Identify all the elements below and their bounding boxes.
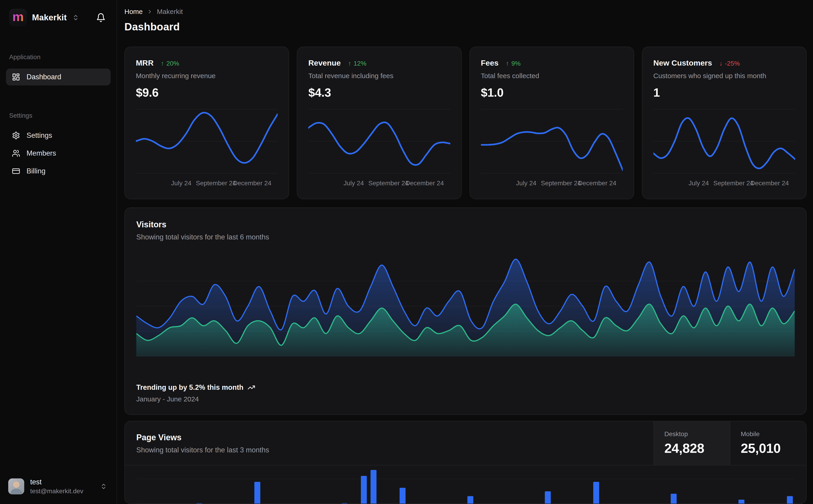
x-axis-tick: July 24 [171, 180, 191, 187]
visitors-area-chart[interactable] [136, 256, 795, 356]
x-axis-tick: December 24 [233, 180, 272, 187]
nav-section-label: Settings [6, 112, 111, 119]
workspace-name: Makerkit [32, 13, 67, 22]
sidebar-item-dashboard[interactable]: Dashboard [6, 69, 111, 85]
stat-card-subtitle: Total fees collected [481, 72, 623, 80]
brand-logo-letter: m [12, 10, 24, 23]
trend-arrow-icon: ↓ [720, 60, 723, 67]
x-axis-tick: December 24 [578, 180, 616, 187]
user-email: test@makerkit.dev [30, 488, 83, 495]
breadcrumb-current: Makerkit [157, 8, 183, 16]
mobile-label: Mobile [741, 430, 796, 438]
stat-card-x-ticks: July 24September 24December 24 [308, 180, 450, 193]
x-axis-tick: July 24 [689, 180, 709, 187]
stat-card-subtitle: Total revenue including fees [308, 72, 450, 80]
sidebar: m Makerkit ApplicationDashboardSettingsS… [0, 0, 117, 504]
stat-card: Fees ↑ 9% Total fees collected $1.0 July… [469, 47, 634, 199]
toggle-mobile[interactable]: Mobile 25,010 [730, 421, 806, 465]
stat-card-subtitle: Customers who signed up this month [654, 72, 795, 80]
stat-card: New Customers ↓ -25% Customers who signe… [642, 47, 807, 199]
stat-card-x-ticks: July 24September 24December 24 [481, 180, 623, 193]
sidebar-nav: ApplicationDashboardSettingsSettingsMemb… [6, 53, 111, 180]
page-title: Dashboard [124, 21, 807, 33]
trend-arrow-icon: ↑ [506, 60, 509, 67]
settings-icon [11, 131, 21, 140]
stat-card-value: $9.6 [136, 86, 278, 99]
page-views-card: Page Views Showing total visitors for th… [124, 421, 807, 504]
x-axis-tick: July 24 [516, 180, 536, 187]
stat-card-trend: ↑ 12% [348, 60, 366, 67]
stat-card-sparkline[interactable] [481, 108, 623, 175]
x-axis-tick: July 24 [344, 180, 364, 187]
visitors-trending-text: Trending up by 5.2% this month [136, 383, 243, 392]
visitors-range-text: January - June 2024 [136, 395, 795, 403]
x-axis-tick: September 24 [196, 180, 236, 187]
stat-card-subtitle: Monthly recurring revenue [136, 72, 278, 80]
x-axis-tick: September 24 [713, 180, 754, 187]
billing-icon [11, 167, 21, 175]
sidebar-item-members[interactable]: Members [6, 145, 111, 162]
stat-card-title: New Customers [654, 58, 712, 67]
chevrons-up-down-icon [72, 14, 79, 21]
stat-card-value: $1.0 [481, 86, 623, 99]
trend-arrow-icon: ↑ [161, 60, 164, 67]
main-content: Home Makerkit Dashboard MRR ↑ 20% Monthl… [117, 0, 813, 504]
sidebar-item-label: Members [27, 149, 56, 157]
brand-logo: m [9, 9, 27, 27]
stat-card-value: $4.3 [308, 86, 450, 99]
stat-card-title: Revenue [308, 58, 341, 67]
stat-card-trend: ↑ 20% [161, 60, 179, 67]
visitors-title: Visitors [136, 220, 795, 229]
stat-card: MRR ↑ 20% Monthly recurring revenue $9.6… [124, 47, 289, 199]
sidebar-item-settings[interactable]: Settings [6, 127, 111, 144]
user-menu[interactable]: test test@makerkit.dev [6, 476, 111, 497]
breadcrumb: Home Makerkit [124, 8, 807, 16]
stat-card-sparkline[interactable] [654, 108, 795, 175]
stat-card-trend: ↑ 9% [506, 60, 520, 67]
chevron-right-icon [147, 9, 153, 15]
visitors-card: Visitors Showing total visitors for the … [124, 207, 807, 415]
trending-up-icon [248, 384, 255, 391]
breadcrumb-home[interactable]: Home [124, 8, 143, 16]
stat-card-sparkline[interactable] [308, 108, 450, 175]
x-axis-tick: December 24 [750, 180, 789, 187]
stat-cards-row: MRR ↑ 20% Monthly recurring revenue $9.6… [124, 47, 807, 199]
nav-section-label: Application [6, 53, 111, 61]
sidebar-item-label: Dashboard [27, 73, 61, 81]
avatar [8, 478, 24, 494]
stat-card-title: Fees [481, 58, 499, 67]
x-axis-tick: September 24 [541, 180, 581, 187]
sidebar-item-billing[interactable]: Billing [6, 163, 111, 180]
notifications-bell-icon[interactable] [96, 13, 106, 22]
sidebar-item-label: Billing [27, 167, 45, 175]
page-views-bar-chart[interactable] [125, 465, 806, 504]
trend-arrow-icon: ↑ [348, 60, 351, 67]
mobile-value: 25,010 [741, 440, 796, 456]
page-views-header: Page Views Showing total visitors for th… [125, 421, 806, 465]
user-name: test [30, 478, 83, 486]
stat-card-trend: ↓ -25% [720, 60, 740, 67]
stat-card-title: MRR [136, 58, 153, 67]
sidebar-item-label: Settings [27, 131, 52, 140]
stat-card: Revenue ↑ 12% Total revenue including fe… [297, 47, 461, 199]
dashboard-icon [11, 73, 21, 81]
page-views-title: Page Views [136, 433, 269, 442]
x-axis-tick: December 24 [405, 180, 444, 187]
toggle-desktop[interactable]: Desktop 24,828 [654, 421, 730, 465]
desktop-value: 24,828 [664, 440, 719, 456]
stat-card-value: 1 [654, 86, 795, 99]
page-views-subtitle: Showing total visitors for the last 3 mo… [136, 446, 269, 454]
stat-card-sparkline[interactable] [136, 108, 278, 175]
members-icon [11, 149, 21, 157]
visitors-subtitle: Showing total visitors for the last 6 mo… [136, 233, 795, 241]
stat-card-x-ticks: July 24September 24December 24 [654, 180, 795, 193]
stat-card-x-ticks: July 24September 24December 24 [136, 180, 278, 193]
desktop-label: Desktop [664, 430, 719, 438]
workspace-switcher[interactable]: m Makerkit [6, 7, 111, 27]
x-axis-tick: September 24 [368, 180, 409, 187]
chevrons-up-down-icon [100, 483, 107, 490]
visitors-footer: Trending up by 5.2% this month January -… [136, 383, 795, 403]
